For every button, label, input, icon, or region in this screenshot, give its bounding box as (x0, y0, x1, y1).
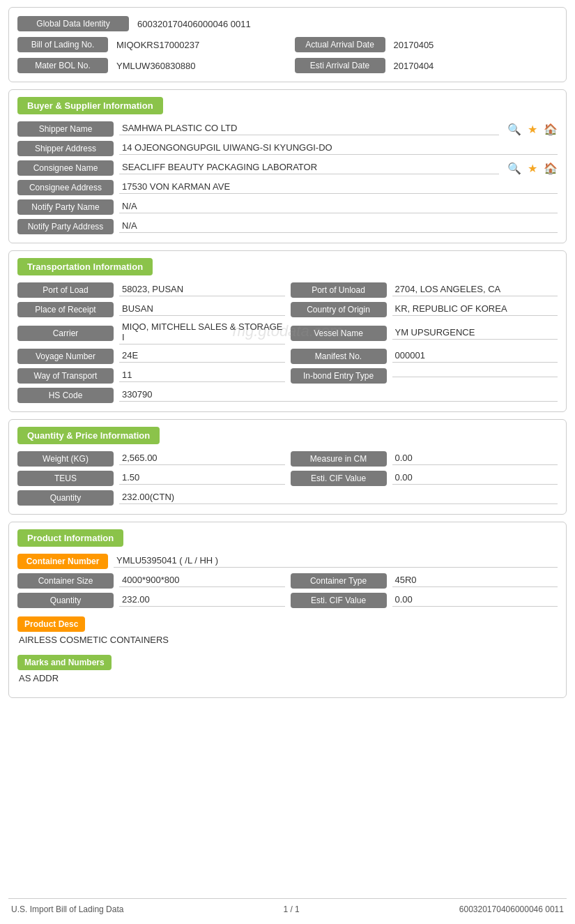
shipper-star-icon[interactable]: ★ (526, 122, 539, 136)
way-of-transport-value: 11 (119, 370, 285, 382)
way-of-transport-label: Way of Transport (17, 368, 114, 384)
container-number-label: Container Number (17, 554, 108, 569)
quantity-price-section: Quantity & Price Information Weight (KG)… (8, 419, 567, 515)
consignee-search-icon[interactable]: 🔍 (507, 161, 521, 175)
receipt-origin-row: Place of Receipt BUSAN Country of Origin… (17, 302, 558, 317)
vessel-name-pair: Vessel Name YM UPSURGENCE (291, 326, 558, 341)
weight-kg-value: 2,565.00 (119, 453, 285, 465)
shipper-home-icon[interactable]: 🏠 (544, 122, 558, 136)
bol-row: Bill of Lading No. MIQOKRS17000237 Actua… (17, 34, 558, 55)
weight-kg-label: Weight (KG) (17, 451, 114, 467)
port-of-unload-value: 2704, LOS ANGELES, CA (392, 284, 558, 296)
product-header: Product Information (17, 529, 123, 547)
product-esti-cif-pair: Esti. CIF Value 0.00 (291, 593, 558, 608)
way-of-transport-pair: Way of Transport 11 (17, 368, 285, 384)
transportation-grid: Port of Load 58023, PUSAN Port of Unload… (17, 282, 558, 403)
container-size-label: Container Size (17, 573, 114, 589)
country-of-origin-label: Country of Origin (291, 302, 387, 317)
notify-party-name-value: N/A (119, 201, 558, 213)
port-of-load-label: Port of Load (17, 282, 114, 298)
identity-box: Global Data Identity 600320170406000046 … (8, 7, 567, 82)
shipper-name-icons: 🔍 ★ 🏠 (505, 122, 558, 136)
actual-arrival-pair: Actual Arrival Date 20170405 (295, 37, 558, 52)
marks-and-numbers-label: Marks and Numbers (17, 655, 112, 670)
shipper-search-icon[interactable]: 🔍 (507, 122, 521, 136)
esti-cif-value-label: Esti. CIF Value (291, 471, 387, 486)
quantity-value: 232.00(CTN) (119, 492, 558, 504)
quantity-label: Quantity (17, 490, 114, 506)
buyer-supplier-section: Buyer & Supplier Information Shipper Nam… (8, 89, 567, 243)
carrier-value: MIQO, MITCHELL SALES & STORAGE I (119, 321, 285, 344)
shipper-address-value: 14 OJEONGONGUPGIL UIWANG-SI KYUNGGI-DO (119, 142, 558, 155)
global-data-identity-row: Global Data Identity 600320170406000046 … (17, 13, 558, 34)
product-desc-label: Product Desc (17, 616, 85, 632)
notify-party-address-row: Notify Party Address N/A (17, 219, 558, 234)
place-of-receipt-label: Place of Receipt (17, 302, 114, 317)
port-row: Port of Load 58023, PUSAN Port of Unload… (17, 282, 558, 298)
teus-pair: TEUS 1.50 (17, 471, 285, 486)
marks-and-numbers-value: AS ADDR (17, 673, 558, 683)
hs-code-row: HS Code 330790 (17, 388, 558, 403)
consignee-address-row: Consignee Address 17530 VON KARMAN AVE (17, 180, 558, 195)
bill-of-lading-pair: Bill of Lading No. MIQOKRS17000237 (17, 37, 281, 52)
quantity-price-grid: Weight (KG) 2,565.00 Measure in CM 0.00 … (17, 451, 558, 506)
shipper-address-label: Shipper Address (17, 141, 114, 156)
mater-bol-label: Mater BOL No. (17, 58, 108, 73)
esti-arrival-pair: Esti Arrival Date 20170404 (295, 58, 558, 73)
way-inbond-row: Way of Transport 11 In-bond Entry Type (17, 368, 558, 384)
port-of-unload-pair: Port of Unload 2704, LOS ANGELES, CA (291, 282, 558, 298)
vessel-name-value: YM UPSURGENCE (392, 327, 558, 340)
esti-cif-value: 0.00 (392, 472, 558, 485)
footer-center: 1 / 1 (283, 904, 299, 914)
actual-arrival-date-value: 20170405 (391, 40, 434, 50)
bill-of-lading-label: Bill of Lading No. (17, 37, 108, 52)
container-type-label: Container Type (291, 573, 387, 589)
page-wrapper: Global Data Identity 600320170406000046 … (0, 0, 575, 924)
shipper-address-row: Shipper Address 14 OJEONGONGUPGIL UIWANG… (17, 141, 558, 156)
shipper-name-value: SAMHWA PLASTIC CO LTD (119, 123, 499, 135)
transportation-header: Transportation Information (17, 258, 153, 275)
teus-value: 1.50 (119, 472, 285, 485)
product-esti-cif-label: Esti. CIF Value (291, 593, 387, 608)
consignee-name-label: Consignee Name (17, 160, 114, 176)
consignee-home-icon[interactable]: 🏠 (544, 161, 558, 175)
manifest-no-value: 000001 (392, 350, 558, 363)
voyage-manifest-row: Voyage Number 24E Manifest No. 000001 (17, 349, 558, 364)
consignee-address-value: 17530 VON KARMAN AVE (119, 181, 558, 194)
port-of-unload-label: Port of Unload (291, 282, 387, 298)
manifest-no-label: Manifest No. (291, 349, 387, 364)
measure-in-cm-pair: Measure in CM 0.00 (291, 451, 558, 467)
hs-code-label: HS Code (17, 388, 114, 403)
carrier-label: Carrier (17, 326, 114, 341)
product-quantity-label: Quantity (17, 593, 114, 608)
vessel-name-label: Vessel Name (291, 326, 387, 341)
consignee-name-icons: 🔍 ★ 🏠 (505, 161, 558, 175)
global-data-identity-label: Global Data Identity (17, 16, 129, 31)
container-type-value: 45R0 (392, 575, 558, 587)
footer: U.S. Import Bill of Lading Data 1 / 1 60… (8, 898, 567, 917)
carrier-vessel-row: Carrier MIQO, MITCHELL SALES & STORAGE I… (17, 321, 558, 344)
place-of-receipt-pair: Place of Receipt BUSAN (17, 302, 285, 317)
esti-arrival-date-label: Esti Arrival Date (295, 58, 385, 73)
container-size-pair: Container Size 4000*900*800 (17, 573, 285, 589)
consignee-name-row: Consignee Name SEACLIFF BEAUTY PACKAGING… (17, 160, 558, 176)
mater-bol-value: YMLUW360830880 (114, 61, 195, 71)
consignee-address-label: Consignee Address (17, 180, 114, 195)
weight-measure-row: Weight (KG) 2,565.00 Measure in CM 0.00 (17, 451, 558, 467)
notify-party-name-label: Notify Party Name (17, 199, 114, 215)
product-quantity-value: 232.00 (119, 594, 285, 607)
in-bond-entry-type-pair: In-bond Entry Type (291, 368, 558, 384)
in-bond-entry-type-label: In-bond Entry Type (291, 368, 387, 384)
place-of-receipt-value: BUSAN (119, 303, 285, 316)
manifest-no-pair: Manifest No. 000001 (291, 349, 558, 364)
product-esti-cif-value: 0.00 (392, 594, 558, 607)
port-of-load-pair: Port of Load 58023, PUSAN (17, 282, 285, 298)
container-number-value: YMLU5395041 ( /L / HH ) (114, 555, 558, 568)
consignee-star-icon[interactable]: ★ (526, 161, 539, 175)
consignee-name-value: SEACLIFF BEAUTY PACKAGING LABORATOR (119, 162, 499, 174)
esti-arrival-date-value: 20170404 (391, 61, 434, 71)
container-size-type-row: Container Size 4000*900*800 Container Ty… (17, 573, 558, 589)
product-quantity-pair: Quantity 232.00 (17, 593, 285, 608)
product-desc-value: AIRLESS COSMETIC CONTAINERS (17, 635, 558, 645)
quantity-price-header: Quantity & Price Information (17, 427, 160, 444)
